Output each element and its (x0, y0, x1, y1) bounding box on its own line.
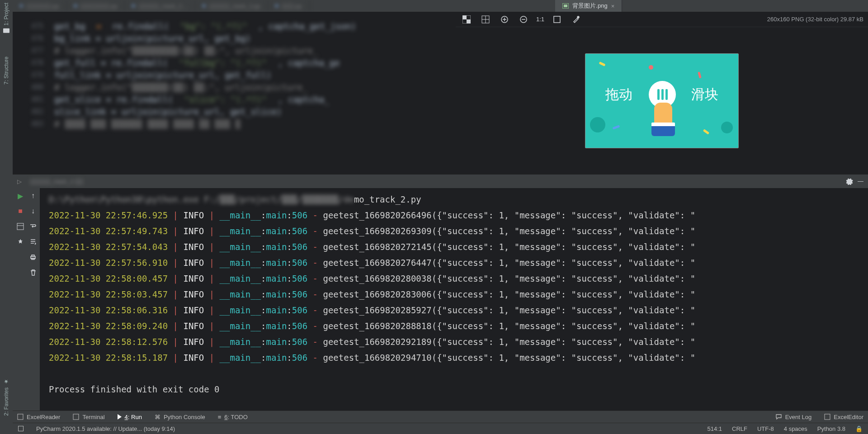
svg-point-12 (577, 16, 579, 18)
actual-size-button[interactable]: 1:1 (536, 14, 544, 25)
zoom-out-icon[interactable] (517, 14, 530, 25)
left-tool-strip: 1: Project 7: Structure 2: Favorites ★ (0, 0, 13, 434)
notification-icon[interactable] (18, 426, 24, 431)
tool-favorites-label: 2: Favorites (3, 387, 9, 416)
rerun-icon[interactable]: ▶ (15, 191, 25, 201)
hand-icon (654, 103, 672, 125)
tab-run[interactable]: 4: Run (118, 414, 142, 420)
log-line: 2022-11-30 22:58:06.316 | INFO | __main_… (49, 302, 868, 318)
svg-rect-11 (554, 16, 560, 23)
tool-structure-label: 7: Structure (3, 57, 9, 85)
run-gutter: ▶ ■ ↑ ↓ (13, 188, 40, 410)
editor-tab-label: 背景图片.png (572, 2, 607, 10)
image-canvas[interactable]: 拖动 滑块 (456, 27, 868, 174)
editor-tab[interactable]: ▒▒▒.py (268, 0, 310, 12)
pin-icon[interactable] (15, 237, 25, 247)
image-info-label: 260x160 PNG (32-bit color) 29.87 kB (767, 16, 863, 23)
tab-todo[interactable]: ≡ 6: TODO (218, 414, 248, 420)
captcha-text-left: 拖动 (605, 85, 632, 104)
checkerboard-icon[interactable] (460, 14, 473, 25)
editor-tab[interactable]: ▒▒▒▒▒_track_2… (125, 0, 195, 12)
captcha-text-right: 滑块 (691, 85, 718, 104)
tab-exceleditor[interactable]: ExcelEditor (824, 414, 863, 420)
bottom-tool-tabs: ExcelReader Terminal 4: Run ⌘ Python Con… (13, 410, 868, 423)
lock-icon[interactable]: 🔒 (855, 425, 863, 432)
image-toolbar: 1:1 260x160 PNG (32-bit color) 29.87 kB (456, 12, 868, 27)
svg-rect-1 (462, 15, 467, 19)
tool-structure[interactable]: 7: Structure (3, 57, 9, 85)
svg-rect-20 (825, 414, 830, 420)
folder-icon (3, 28, 9, 33)
trash-icon[interactable] (28, 268, 38, 278)
status-bar: PyCharm 2020.1.5 available: // Update...… (13, 423, 868, 434)
caret-position[interactable]: 514:1 (707, 425, 722, 432)
log-line: 2022-11-30 22:58:12.576 | INFO | __main_… (49, 334, 868, 350)
file-encoding[interactable]: UTF-8 (757, 425, 774, 432)
scroll-end-icon[interactable] (28, 237, 38, 247)
tab-terminal[interactable]: Terminal (73, 414, 104, 420)
settings-icon[interactable] (846, 178, 853, 185)
log-line: 2022-11-30 22:58:00.457 | INFO | __main_… (49, 271, 868, 287)
editor-tab-bar: ▒▒▒▒▒▒.py ▒▒▒▒▒▒▒.py ▒▒▒▒▒_track_2… ▒▒▒▒… (13, 0, 868, 12)
tab-python-console[interactable]: ⌘ Python Console (155, 414, 205, 420)
log-line: 2022-11-30 22:58:15.187 | INFO | __main_… (49, 350, 868, 366)
hand-cuff (651, 123, 675, 136)
log-line: 2022-11-30 22:58:03.457 | INFO | __main_… (49, 287, 868, 302)
log-line: 2022-11-30 22:57:46.925 | INFO | __main_… (49, 208, 868, 223)
close-icon[interactable]: × (611, 3, 615, 9)
grid-icon[interactable] (479, 14, 492, 25)
python-icon: ⌘ (155, 414, 160, 420)
svg-rect-19 (73, 414, 79, 420)
print-icon[interactable] (28, 252, 38, 262)
editor-tab[interactable]: ▒▒▒▒▒_track_2.py (195, 0, 268, 12)
editor-tab[interactable]: ▒▒▒▒▒▒▒.py (67, 0, 125, 12)
console-output[interactable]: D:\Python\Python38\python.exe F:/▒▒▒/pro… (40, 188, 868, 410)
log-line: 2022-11-30 22:58:09.240 | INFO | __main_… (49, 318, 868, 334)
captcha-image: 拖动 滑块 (585, 53, 739, 148)
code-editor[interactable]: 475get_bg=re.findall("bg": "(.*?)", capt… (13, 12, 456, 174)
fit-icon[interactable] (551, 14, 563, 25)
todo-icon: ≡ (218, 414, 222, 420)
zoom-in-icon[interactable] (498, 14, 511, 25)
tab-event-log[interactable]: Event Log (775, 414, 812, 420)
tool-favorites[interactable]: 2: Favorites ★ (3, 378, 9, 416)
svg-rect-16 (32, 255, 34, 256)
indent-setting[interactable]: 4 spaces (784, 425, 807, 432)
tool-project-label: 1: Project (3, 3, 9, 26)
color-picker-icon[interactable] (570, 14, 582, 25)
image-file-icon (562, 3, 569, 9)
bubble-icon (775, 414, 782, 420)
log-line: 2022-11-30 22:57:49.743 | INFO | __main_… (49, 223, 868, 239)
svg-rect-18 (18, 414, 23, 420)
run-config-name: ▒▒▒▒▒_track_2 ▒▒ (30, 178, 83, 185)
up-icon[interactable]: ↑ (28, 191, 38, 201)
log-line: 2022-11-30 22:57:54.043 | INFO | __main_… (49, 239, 868, 255)
svg-rect-2 (467, 19, 471, 24)
image-viewer-panel: 1:1 260x160 PNG (32-bit color) 29.87 kB … (456, 12, 868, 174)
editor-tab[interactable]: ▒▒▒▒▒▒.py (13, 0, 67, 12)
line-separator[interactable]: CRLF (732, 425, 747, 432)
python-interpreter[interactable]: Python 3.8 (817, 425, 845, 432)
down-icon[interactable]: ↓ (28, 206, 38, 216)
process-exit-line: Process finished with exit code 0 (49, 382, 868, 397)
log-line: 2022-11-30 22:57:56.910 | INFO | __main_… (49, 255, 868, 271)
layout-icon[interactable] (15, 222, 25, 231)
status-update-msg[interactable]: PyCharm 2020.1.5 available: // Update...… (36, 425, 175, 432)
minimize-icon[interactable]: — (858, 178, 863, 185)
soft-wrap-icon[interactable] (28, 222, 38, 231)
editor-tab-active[interactable]: 背景图片.png × (555, 0, 622, 12)
play-icon (118, 414, 122, 420)
tool-project[interactable]: 1: Project (3, 3, 9, 33)
svg-rect-13 (17, 223, 24, 230)
run-panel-header: ▷ ▒▒▒▒▒_track_2 ▒▒ — (13, 175, 868, 188)
stop-icon[interactable]: ■ (15, 206, 25, 216)
star-icon: ★ (3, 378, 9, 385)
tab-excelreader[interactable]: ExcelReader (17, 414, 60, 420)
